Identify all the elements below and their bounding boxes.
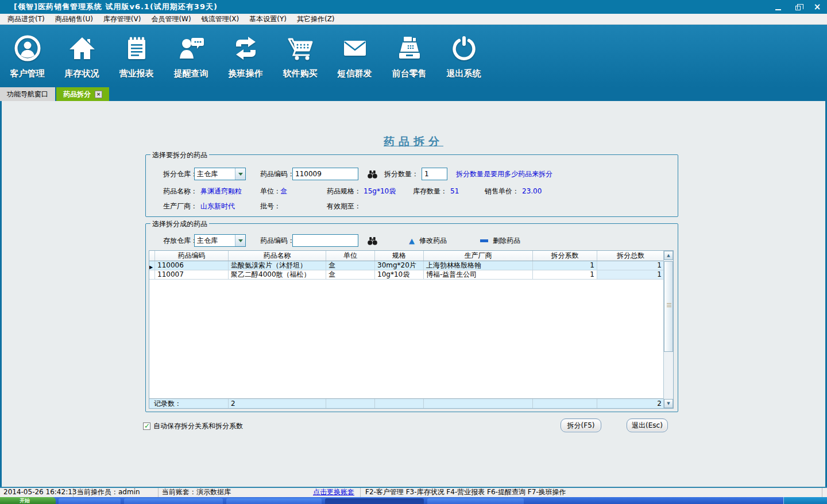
- toolbar-item[interactable]: 营业报表: [109, 25, 164, 87]
- toolbar-item-label: 短信群发: [338, 68, 372, 79]
- store-warehouse-select[interactable]: 主仓库: [194, 234, 246, 247]
- minimize-button[interactable]: [773, 2, 783, 12]
- column-header[interactable]: 药品名称: [229, 251, 326, 261]
- exit-button[interactable]: 退出(Esc): [627, 418, 668, 432]
- cell-split-coef: 1: [533, 270, 597, 279]
- toolbar-item-label: 换班操作: [229, 68, 263, 79]
- scroll-down-icon[interactable]: ▼: [664, 399, 673, 408]
- tab-drug-split[interactable]: 药品拆分: [56, 87, 109, 101]
- batch-label: 批号：: [260, 201, 281, 211]
- drug-name-label: 药品名称：: [163, 187, 198, 196]
- taskbar-item[interactable]: [124, 498, 223, 504]
- restore-icon: [795, 6, 801, 10]
- taskbar-item[interactable]: [325, 498, 424, 504]
- vertical-scrollbar[interactable]: ▲ ▼: [663, 251, 673, 408]
- split-button[interactable]: 拆分(F5): [561, 418, 601, 432]
- toolbar-item[interactable]: 客户管理: [0, 25, 55, 87]
- menu-item[interactable]: 会员管理(W): [146, 14, 196, 25]
- taskbar-item[interactable]: [226, 498, 322, 504]
- target-drug-table: 药品编码 药品名称 单位 规格 生产厂商 拆分系数 拆分总数: [149, 250, 674, 409]
- page-title: 药品拆分: [0, 134, 827, 149]
- toolbar-item-label: 营业报表: [119, 68, 154, 79]
- status-bar: 2014-05-26 16:42:13 当前操作员：admin 当前账套：演示数…: [0, 487, 827, 497]
- stock-label: 库存数量：: [413, 187, 447, 196]
- column-header[interactable]: 拆分总数: [597, 251, 664, 261]
- menu-item[interactable]: 基本设置(Y): [244, 14, 292, 25]
- envelope-icon: [341, 32, 369, 64]
- close-button[interactable]: ×: [812, 2, 822, 12]
- status-operator: 当前操作员：admin: [74, 488, 159, 497]
- shift-icon: [231, 32, 260, 64]
- table-row[interactable]: 110007 聚乙二醇4000散（福松） 盒 10g*10袋 博福-益普生公司 …: [149, 270, 664, 280]
- main-toolbar: 客户管理 库存状况 营业报表 提醒查询 换班操作 软件购买 短信群发: [0, 25, 827, 87]
- taskbar-item[interactable]: [59, 498, 121, 504]
- toolbar-item-label: 前台零售: [392, 68, 427, 79]
- drug-code-input[interactable]: [292, 168, 358, 180]
- column-header[interactable]: 生产厂商: [424, 251, 533, 261]
- column-header[interactable]: 药品编码: [155, 251, 229, 261]
- switch-account-link[interactable]: 点击更换账套: [313, 488, 354, 497]
- menu-item[interactable]: 其它操作(Z): [292, 14, 340, 25]
- chevron-down-icon[interactable]: [235, 235, 245, 246]
- user-icon: [13, 32, 42, 64]
- menu-item[interactable]: 商品进货(T): [2, 14, 50, 25]
- cell-maker: 博福-益普生公司: [424, 270, 533, 279]
- delete-drug-button[interactable]: 删除药品: [480, 234, 520, 247]
- split-qty-label: 拆分数量：: [384, 168, 419, 180]
- price-label: 销售单价：: [485, 187, 519, 196]
- tab-label: 功能导航窗口: [7, 90, 48, 99]
- autosave-checkbox[interactable]: [143, 422, 150, 430]
- toolbar-item[interactable]: 换班操作: [218, 25, 273, 87]
- split-total-sum: 2: [597, 399, 664, 408]
- toolbar-item-label: 库存状况: [65, 68, 99, 79]
- tab-close-icon[interactable]: [95, 91, 102, 98]
- restore-button[interactable]: [793, 2, 803, 12]
- cell-drug-code: 110007: [155, 270, 229, 279]
- binoculars-icon[interactable]: [366, 169, 378, 179]
- toolbar-item-label: 软件购买: [283, 68, 318, 79]
- cell-drug-name: 聚乙二醇4000散（福松）: [229, 270, 326, 279]
- status-datetime: 2014-05-26 16:42:13: [0, 488, 74, 497]
- expiry-label: 有效期至：: [327, 201, 361, 211]
- content-area: 药品拆分 选择要拆分的药品 拆分仓库： 主仓库 药品编码： 拆分数量： 拆分数量…: [0, 101, 827, 487]
- row-selector: [149, 261, 155, 270]
- menu-item[interactable]: 钱流管理(X): [196, 14, 245, 25]
- cell-split-coef: 1: [533, 261, 597, 270]
- os-taskbar: 开始: [0, 497, 827, 504]
- cart-icon: [286, 32, 315, 64]
- record-count-value: 2: [229, 399, 326, 408]
- modify-drug-button[interactable]: ▲ 修改药品: [409, 234, 447, 247]
- table-row[interactable]: 110006 盐酸氨溴索片（沐舒坦） 盒 30mg*20片 上海勃林格殷格翰 1…: [149, 261, 664, 270]
- menu-item[interactable]: 商品销售(U): [50, 14, 98, 25]
- cell-maker: 上海勃林格殷格翰: [424, 261, 533, 270]
- price-value: 23.00: [522, 187, 542, 196]
- row-selector: [149, 270, 155, 279]
- toolbar-item[interactable]: 提醒查询: [164, 25, 218, 87]
- column-header[interactable]: 规格: [375, 251, 424, 261]
- target-drug-code-input[interactable]: [292, 234, 358, 247]
- register-icon: [395, 32, 424, 64]
- selected-warehouse: 主仓库: [195, 236, 235, 246]
- toolbar-item[interactable]: 前台零售: [382, 25, 436, 87]
- split-warehouse-select[interactable]: 主仓库: [194, 168, 246, 180]
- system-tray: [783, 497, 827, 504]
- taskbar-item[interactable]: [427, 498, 524, 504]
- start-button[interactable]: 开始: [0, 497, 56, 504]
- autosave-option: 自动保存拆分关系和拆分系数: [143, 421, 243, 431]
- toolbar-item[interactable]: 软件购买: [273, 25, 327, 87]
- split-qty-input[interactable]: [422, 168, 447, 180]
- column-header[interactable]: 单位: [326, 251, 375, 261]
- chevron-down-icon[interactable]: [235, 168, 245, 180]
- window-controls: ×: [773, 0, 822, 14]
- maker-value: 山东新时代: [200, 201, 235, 211]
- scroll-up-icon[interactable]: ▲: [664, 251, 673, 260]
- menu-item[interactable]: 库存管理(V): [98, 14, 146, 25]
- tab-nav-window[interactable]: 功能导航窗口: [0, 87, 55, 101]
- binoculars-icon[interactable]: [366, 235, 378, 246]
- toolbar-item[interactable]: 短信群发: [327, 25, 382, 87]
- target-drug-group: 选择拆分成的药品 存放仓库： 主仓库 药品编码： ▲ 修改药品 删除药品 药品编…: [145, 223, 678, 412]
- toolbar-item[interactable]: 库存状况: [55, 25, 109, 87]
- column-header[interactable]: 拆分系数: [533, 251, 597, 261]
- scrollbar-thumb[interactable]: [664, 261, 673, 352]
- toolbar-item[interactable]: 退出系统: [436, 25, 491, 87]
